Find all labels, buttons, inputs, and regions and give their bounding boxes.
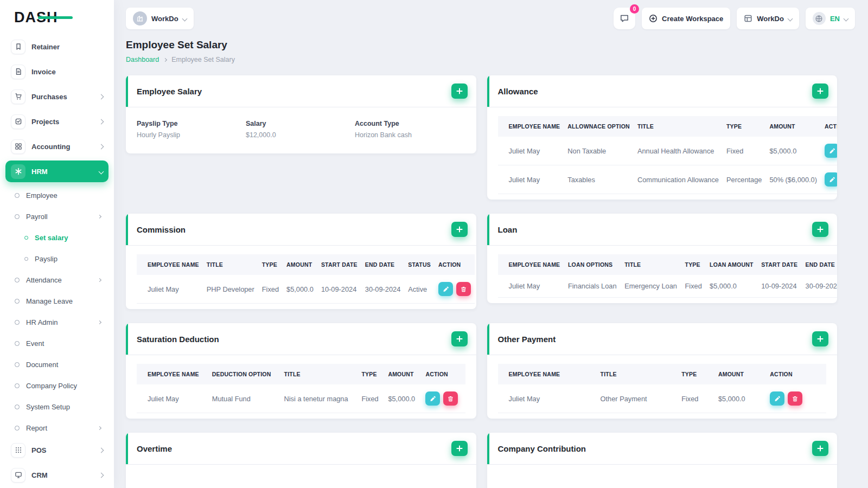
page-title: Employee Set Salary (126, 39, 837, 51)
sidebar-item-hrm[interactable]: HRM (5, 160, 108, 182)
workspace-selector[interactable]: WorkDo (126, 8, 194, 29)
column-header: AMOUNT (283, 254, 317, 275)
table-cell: Annual Health Allowance (634, 137, 723, 165)
add-overtime-button[interactable] (451, 441, 468, 456)
sidebar-item-crm[interactable]: CRM (5, 464, 108, 486)
add-employee-salary-button[interactable] (451, 84, 468, 99)
workspace-menu-button[interactable]: WorkDo (737, 8, 799, 29)
globe-icon (813, 12, 826, 25)
sidebar-item-company-policy[interactable]: Company Policy (0, 376, 114, 395)
table-row: Juliet May Financials Loan Emergency Loa… (498, 275, 838, 298)
pencil-icon (774, 395, 781, 402)
messages-badge: 0 (630, 4, 639, 14)
sidebar-item-document[interactable]: Document (0, 355, 114, 374)
sidebar-item-attendance[interactable]: Attendance (0, 270, 114, 290)
column-header: DEDUCTION OPTION (208, 364, 280, 384)
table-header-row: EMPLOYEE NAME ALLOWNACE OPTION TITLE TYP… (498, 116, 838, 137)
grid-icon (11, 139, 25, 154)
edit-button[interactable] (825, 144, 837, 158)
sidebar-item-retainer[interactable]: Retainer (5, 36, 108, 57)
table-cell: Fixed (678, 384, 714, 413)
chevron-right-icon (98, 278, 101, 281)
add-company-contribution-button[interactable] (812, 441, 828, 456)
column-header: EMPLOYEE NAME (137, 254, 203, 275)
card-header: Loan (487, 214, 838, 246)
breadcrumb-dashboard-link[interactable]: Dashboard (126, 56, 159, 63)
chevron-down-icon (844, 16, 849, 21)
sidebar-item-manage-leave[interactable]: Manage Leave (0, 291, 114, 311)
edit-button[interactable] (425, 391, 440, 406)
edit-button[interactable] (438, 282, 453, 296)
sidebar-item-set-salary[interactable]: Set salary (0, 228, 114, 247)
delete-button[interactable] (443, 391, 458, 406)
circle-icon (15, 404, 20, 409)
table-cell: Communication Allowance (634, 165, 723, 194)
column-header: TITLE (634, 116, 723, 137)
breadcrumb: Dashboard Employee Set Salary (126, 56, 837, 63)
column-header: TITLE (203, 254, 258, 275)
table-cell: Non Taxable (564, 137, 634, 165)
sidebar-item-invoice[interactable]: Invoice (5, 61, 108, 82)
trash-icon (460, 286, 467, 293)
sidebar-item-payroll[interactable]: Payroll (0, 207, 114, 226)
table-header-row: EMPLOYEE NAME TITLE TYPE AMOUNT START DA… (137, 254, 475, 275)
sidebar-item-projects[interactable]: Projects (5, 111, 108, 132)
column-header: ACTION (435, 254, 475, 275)
sidebar-item-label: Employee (26, 191, 58, 200)
column-header: END DATE (802, 254, 837, 275)
delete-button[interactable] (788, 391, 802, 406)
card-title: Other Payment (498, 335, 556, 344)
sidebar-item-report[interactable]: Report (0, 418, 114, 438)
sidebar-item-accounting[interactable]: Accounting (5, 136, 108, 157)
sidebar-item-employee[interactable]: Employee (0, 185, 114, 205)
employee-name-cell: Juliet May (498, 384, 597, 413)
messages-button[interactable]: 0 (614, 8, 635, 29)
column-header: START DATE (317, 254, 361, 275)
sidebar-item-payslip[interactable]: Payslip (0, 249, 114, 268)
table-cell: $5,000.0 (706, 275, 757, 298)
column-header: TYPE (258, 254, 283, 275)
edit-button[interactable] (825, 172, 837, 187)
delete-button[interactable] (456, 282, 471, 296)
sidebar-item-label: Purchases (31, 93, 67, 101)
card-body (487, 465, 838, 488)
table-row: Juliet May Mutual Fund Nisi a tenetur ma… (137, 384, 465, 413)
other-payment-card: Other Payment EMPLOYEE NAME TITLE TYPE A… (487, 323, 838, 419)
action-cell (821, 165, 837, 194)
plus-icon (456, 445, 463, 452)
commission-table: EMPLOYEE NAME TITLE TYPE AMOUNT START DA… (137, 254, 475, 304)
sidebar-item-system-setup[interactable]: System Setup (0, 397, 114, 416)
column-header: TYPE (681, 254, 706, 275)
table-row: Juliet May Other Payment Fixed $5,000.0 (498, 384, 827, 413)
card-header: Company Contribution (487, 433, 838, 465)
sidebar-item-hr-admin[interactable]: HR Admin (0, 312, 114, 332)
overtime-card: Overtime (126, 433, 476, 488)
add-other-payment-button[interactable] (812, 331, 828, 346)
add-commission-button[interactable] (451, 222, 468, 237)
invoice-icon (11, 65, 25, 79)
sidebar-item-event[interactable]: Event (0, 333, 114, 353)
add-allowance-button[interactable] (812, 84, 828, 99)
table-cell: Fixed (358, 384, 384, 413)
column-header: TITLE (597, 364, 678, 384)
sidebar-item-pos[interactable]: POS (5, 439, 108, 461)
column-header: EMPLOYEE NAME (498, 364, 597, 384)
app-logo[interactable]: DASH (0, 0, 114, 35)
employee-name-cell: Juliet May (137, 275, 203, 304)
add-loan-button[interactable] (812, 222, 828, 237)
add-saturation-deduction-button[interactable] (451, 331, 468, 346)
sidebar-item-purchases[interactable]: Purchases (5, 86, 108, 107)
pencil-icon (828, 176, 835, 183)
edit-button[interactable] (770, 391, 784, 406)
column-header: EMPLOYEE NAME (498, 116, 564, 137)
loan-table: EMPLOYEE NAME LOAN OPTIONS TITLE TYPE LO… (498, 254, 838, 298)
table-cell: Fixed (258, 275, 283, 304)
sidebar: DASH Retainer Invoice Purchases Projects (0, 0, 114, 488)
action-cell (821, 137, 837, 165)
saturation-deduction-table: EMPLOYEE NAME DEDUCTION OPTION TITLE TYP… (137, 364, 465, 413)
sidebar-item-label: HRM (31, 168, 48, 176)
language-selector[interactable]: EN (806, 8, 855, 29)
create-workspace-button[interactable]: Create Workspace (642, 8, 730, 29)
chevron-right-icon (98, 214, 101, 218)
table-cell: Taxables (564, 165, 634, 194)
